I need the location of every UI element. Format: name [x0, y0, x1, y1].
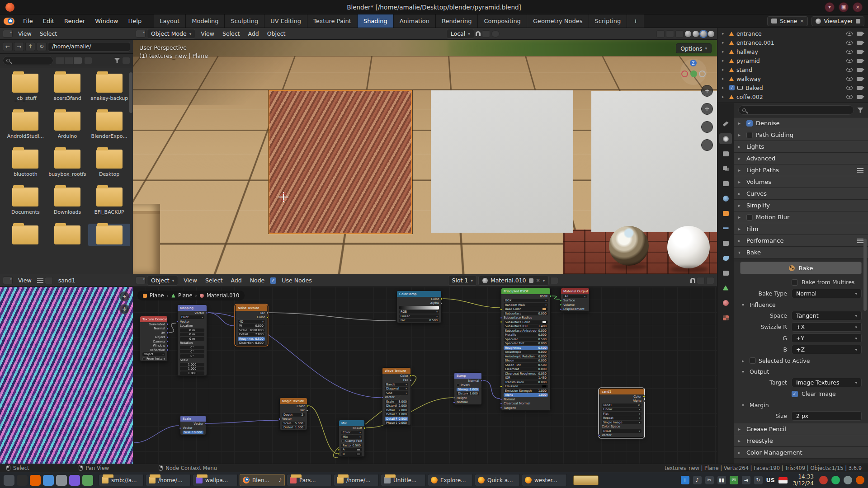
filter-icon[interactable] — [857, 108, 863, 113]
node-number-field[interactable]: Specular Tint0.000 — [504, 342, 548, 345]
node-row-uv[interactable]: UV — [140, 331, 167, 335]
swizzle-g-dropdown[interactable]: +Y — [792, 333, 862, 343]
folder-item-acers3fand[interactable]: acers3fand — [47, 72, 89, 103]
node-row-vector[interactable]: Vector — [280, 417, 307, 422]
disable-in-render-icon[interactable] — [857, 95, 863, 99]
hide-in-viewport-icon[interactable] — [846, 77, 853, 81]
taskbar-app-blen[interactable]: Blen...♪ — [240, 474, 285, 486]
disclosure-icon[interactable] — [738, 250, 743, 255]
node-row-transmission[interactable]: Transmission0.000 — [501, 380, 550, 385]
node-row-phase-offset[interactable]: Phase Offset0.000 — [382, 421, 410, 426]
panel-grease-pencil[interactable]: Grease Pencil — [734, 423, 868, 435]
node-row-ior[interactable]: IOR1.450 — [501, 376, 550, 380]
node-row-clamp-factor[interactable]: Clamp Factor — [339, 439, 364, 444]
disclosure-icon[interactable] — [738, 450, 743, 455]
node-row-scale[interactable]: Scale1000.000 — [236, 328, 267, 333]
gizmo-minus-axis[interactable] — [699, 70, 706, 77]
swizzle-b-dropdown[interactable]: +Z — [792, 345, 862, 354]
updates-icon[interactable]: ↻ — [754, 476, 763, 484]
zoom-icon[interactable]: + — [701, 85, 713, 97]
node-noise-texture[interactable]: Noise TextureFacColor4DW0.000Scale1000.0… — [235, 305, 268, 346]
disclosure-icon[interactable] — [742, 358, 747, 363]
socket-icon[interactable] — [166, 349, 169, 351]
preset-menu-icon[interactable] — [857, 238, 863, 243]
color-field[interactable]: B — [341, 452, 362, 456]
new-material-icon[interactable] — [529, 278, 533, 283]
disclosure-icon[interactable] — [738, 215, 743, 220]
node-header[interactable]: Wave Texture — [382, 368, 410, 374]
disable-in-render-icon[interactable] — [857, 68, 863, 72]
firefox-launcher-icon[interactable] — [30, 475, 41, 486]
node-row-color[interactable]: Color — [397, 297, 441, 301]
socket-icon[interactable] — [306, 409, 308, 412]
taskbar-app-quick-a[interactable]: Quick a... — [475, 474, 520, 486]
node-dropdown[interactable]: Point — [180, 315, 204, 319]
selected-to-active-subpanel[interactable]: Selected to Active — [734, 355, 868, 366]
disclosure-icon[interactable] — [738, 156, 743, 161]
node-row-scale[interactable]: Scale — [178, 358, 207, 363]
disclosure-icon[interactable] — [722, 94, 726, 99]
socket-icon[interactable] — [338, 449, 340, 451]
properties-tab-output[interactable] — [719, 148, 732, 159]
node-wave-texture[interactable]: Wave TextureColorFacBandsDiagonalSineVec… — [382, 367, 411, 426]
node-row-normal[interactable]: Normal — [140, 327, 167, 331]
disclosure-icon[interactable] — [722, 76, 726, 81]
properties-tab-data[interactable] — [719, 282, 732, 293]
node-number-field[interactable]: Distortion2.000 — [385, 404, 408, 408]
outliner-item-pyramid[interactable]: pyramid — [717, 56, 868, 65]
disclosure-icon[interactable] — [742, 302, 747, 307]
menu-icon[interactable] — [37, 278, 43, 283]
folder-item-partial[interactable] — [5, 224, 47, 246]
node-row-detail[interactable]: Detail2.000 — [236, 333, 267, 337]
menubar-item-file[interactable]: File — [18, 14, 38, 28]
node-material-output[interactable]: Material OutputAllSurfaceVolumeDisplacem… — [561, 288, 590, 312]
notification-icon[interactable]: i — [681, 476, 689, 484]
node-row-fac[interactable]: Fac0.500 — [397, 319, 441, 323]
disclosure-icon[interactable] — [742, 403, 747, 408]
node-value-field[interactable]: 0° — [180, 350, 204, 353]
node-row-emission[interactable]: Emission — [501, 385, 550, 389]
mail-icon[interactable]: ✉ — [730, 476, 738, 484]
workspace-tab-shading[interactable]: Shading — [358, 14, 394, 28]
disclosure-icon[interactable] — [738, 132, 743, 137]
panel-motion-blur[interactable]: Motion Blur — [734, 211, 868, 223]
properties-tab-texture[interactable] — [719, 312, 732, 323]
node-row-fac[interactable]: Fac — [280, 408, 307, 413]
socket-icon[interactable] — [166, 336, 169, 338]
node-dropdown[interactable]: Bands — [385, 383, 408, 386]
node-row-color[interactable]: Color — [339, 431, 364, 435]
node-row-w[interactable]: W0.000 — [236, 324, 267, 328]
show-gizmo-icon[interactable] — [656, 30, 665, 38]
node-row-specular-tint[interactable]: Specular Tint0.000 — [501, 342, 550, 346]
disable-in-render-icon[interactable] — [857, 86, 863, 90]
node-row-color[interactable]: Color — [280, 404, 307, 408]
breadcrumb-item-plane[interactable]: Plane — [178, 292, 193, 299]
terminal-icon[interactable] — [17, 475, 28, 486]
node-row-detail-scale[interactable]: Detail Scale1.000 — [382, 413, 410, 417]
gizmo-x-axis[interactable] — [681, 70, 688, 77]
mode-dropdown[interactable]: Object Mode — [147, 29, 195, 39]
node-header[interactable]: Principled BSDF — [501, 288, 550, 294]
clear-image-checkbox[interactable] — [792, 391, 798, 397]
node-row-alpha[interactable]: Alpha — [599, 399, 644, 404]
node-row-window[interactable]: Window — [140, 344, 167, 348]
node-row-single-image[interactable]: Single Image — [599, 420, 644, 425]
disclosure-icon[interactable] — [738, 427, 743, 432]
bake-button[interactable]: Bake — [740, 262, 862, 274]
workspace-tab-scripting[interactable]: Scripting — [589, 14, 627, 28]
node-dropdown[interactable]: Repeat — [602, 416, 642, 420]
node-dropdown[interactable]: Single Image — [602, 421, 642, 424]
node-row-rotation[interactable]: Rotation — [178, 341, 207, 346]
node-vector-scale[interactable]: ScaleVectorVectorScale10.000 — [180, 415, 206, 435]
node-row-distortion[interactable]: Distortion1.000 — [280, 426, 307, 430]
node-editor-menu-node[interactable]: Node — [246, 277, 269, 284]
socket-icon[interactable] — [500, 398, 502, 400]
node-dropdown[interactable]: Color — [341, 431, 362, 434]
node-row-anisotropic[interactable]: Anisotropic0.000 — [501, 350, 550, 355]
panel-path-guiding[interactable]: Path Guiding — [734, 129, 868, 141]
node-row-object[interactable]: Object — [140, 335, 167, 340]
shading-material-preview-icon[interactable] — [700, 31, 707, 37]
gizmo-y-axis[interactable] — [690, 70, 697, 77]
node-header[interactable]: Scale — [180, 416, 206, 422]
node-row-vector[interactable]: Vector — [180, 426, 206, 431]
